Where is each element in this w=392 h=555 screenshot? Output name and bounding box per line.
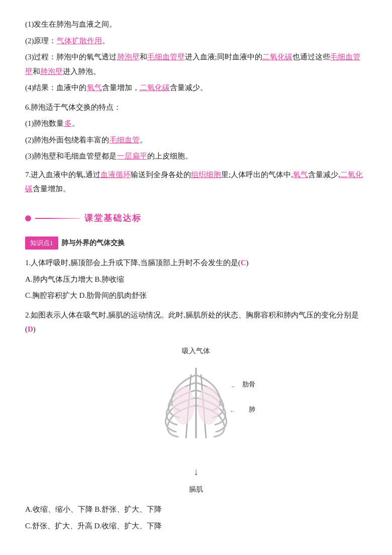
section-point6-3: (3)肺泡壁和毛细血管壁都是一层扁平的上皮细胞。 [25, 149, 367, 164]
point6-1-suffix: 。 [72, 119, 79, 127]
q1-options-ab: A.肺内气体压力增大 B.肺收缩 [25, 272, 367, 287]
section-point6-title: 6.肺泡适于气体交换的特点： [25, 100, 367, 115]
q1-ab-text: A.肺内气体压力增大 B.肺收缩 [25, 275, 124, 283]
chest-arrow-down: ↓ [193, 462, 199, 481]
question2-block: 2.如图表示人体在吸气时,膈肌的运动情况。此时,膈肌所处的状态、胸廓容积和肺内气… [25, 308, 367, 337]
point6-3-label: (3)肺泡壁和毛细血管壁都是 [25, 152, 117, 160]
point7-mid1: 输送到全身各处的 [131, 171, 191, 179]
point3-mid2: 进入血液;同时血液中的 [185, 53, 262, 61]
svg-point-4 [198, 386, 220, 425]
point2-suffix: 。 [102, 37, 110, 45]
point3-u5: 肺泡壁 [40, 67, 63, 75]
point7-label: 7.进入血液中的氧,通过 [25, 171, 101, 179]
point6-3-underline: 一层扁平 [117, 152, 147, 160]
point3-u3: 二氧化碳 [262, 53, 292, 61]
q1-answer: C [241, 259, 246, 267]
section-point7: 7.进入血液中的氧,通过血液循环输送到全身各处的组织细胞里;人体呼出的气体中,氧… [25, 168, 367, 196]
divider-dot [25, 215, 31, 221]
point6-1-label: (1)肺泡数量 [25, 119, 64, 127]
chest-bottom-label: 膈肌 [189, 483, 203, 497]
point2-underline: 气体扩散作用 [57, 37, 102, 45]
q1-text: 1.人体呼吸时,膈顶部会上升或下降,当膈顶部上升时不会发生的是( [25, 259, 241, 267]
point7-mid3: 含量减少, [308, 171, 340, 179]
chest-svg [136, 360, 256, 451]
q2-suffix: ) [33, 325, 36, 333]
q2-answer: D [28, 325, 33, 333]
section-point4: (4)结果：血液中的氧气含量增加，二氧化碳含量减少。 [25, 81, 367, 95]
chest-diagram: 吸入气体 肋骨 ← 肺 ← [25, 345, 367, 496]
point3-suffix: 进入肺泡。 [63, 67, 101, 75]
section-point1: (1)发生在肺泡与血液之间。 [25, 17, 367, 32]
point3-u1: 肺泡壁 [117, 53, 140, 61]
chest-svg-container: 肋骨 ← 肺 ← [136, 360, 256, 461]
point7-u1: 血液循环 [101, 171, 131, 179]
q2-options-cd: C.舒张、扩大、升高 D.收缩、扩大、下降 [25, 519, 367, 533]
q2-options-ab: A.收缩、缩小、下降 B.舒张、扩大、下降 [25, 502, 367, 517]
point4-mid1: 含量增加， [102, 84, 140, 92]
divider-title: 课堂基础达标 [84, 210, 142, 226]
point4-u2: 二氧化碳 [140, 84, 170, 92]
point4-label: (4)结果：血液中的 [25, 84, 87, 92]
point6-title-text: 6.肺泡适于气体交换的特点： [25, 100, 367, 115]
point7-mid2: 里;人体呼出的气体中, [221, 171, 293, 179]
rib-label: 肋骨 [242, 378, 255, 391]
point3-mid3: 也通过这些 [292, 53, 330, 61]
knowledge-row: 知识点1肺与外界的气体交换 [25, 235, 367, 250]
section-point2: (2)原理：气体扩散作用。 [25, 34, 367, 48]
point7-suffix: 含量增加。 [33, 185, 70, 193]
q1-suffix: ) [246, 259, 249, 267]
point1-text: (1)发生在肺泡与血液之间。 [25, 17, 367, 32]
point6-3-suffix: 的上皮细胞。 [147, 152, 192, 160]
chest-top-label: 吸入气体 [182, 345, 210, 358]
section-point6-1: (1)肺泡数量多。 [25, 116, 367, 131]
q1-cd-text: C.胸腔容积扩大 D.肋骨间的肌肉舒张 [25, 291, 147, 299]
point4-suffix: 含量减少。 [170, 84, 208, 92]
point6-1-underline: 多 [64, 119, 72, 127]
knowledge-label: 肺与外界的气体交换 [61, 239, 125, 247]
knowledge-tag: 知识点1 [25, 236, 58, 250]
lung-label: 肺 [249, 404, 255, 416]
svg-point-3 [172, 386, 194, 425]
point7-u2: 组织细胞 [191, 171, 221, 179]
point3-mid1: 和 [140, 53, 147, 61]
point7-u3: 氧气 [293, 171, 308, 179]
point2-label: (2)原理： [25, 37, 57, 45]
divider-section: 课堂基础达标 [25, 210, 367, 226]
section-point3: (3)过程：肺泡中的氧气透过肺泡壁和毛细血管壁进入血液;同时血液中的二氧化碳也通… [25, 50, 367, 78]
q2-text: 2.如图表示人体在吸气时,膈肌的运动情况。此时,膈肌所处的状态、胸廓容积和肺内气… [25, 311, 359, 334]
point6-2-label: (2)肺泡外面包绕着丰富的 [25, 136, 110, 144]
q2-cd-text: C.舒张、扩大、升高 D.收缩、扩大、下降 [25, 522, 162, 530]
point3-label: (3)过程：肺泡中的氧气透过 [25, 53, 117, 61]
question1-block: 1.人体呼吸时,膈顶部会上升或下降,当膈顶部上升时不会发生的是(C) A.肺内气… [25, 256, 367, 303]
q2-options-block: A.收缩、缩小、下降 B.舒张、扩大、下降 C.舒张、扩大、升高 D.收缩、扩大… [25, 502, 367, 533]
q1-options-cd: C.胸腔容积扩大 D.肋骨间的肌肉舒张 [25, 288, 367, 303]
point3-mid4: 和 [33, 67, 40, 75]
point3-u2: 毛细血管壁 [147, 53, 185, 61]
point6-2-underline: 毛细血管 [110, 136, 140, 144]
divider-line [35, 218, 80, 219]
section-point6-2: (2)肺泡外面包绕着丰富的毛细血管。 [25, 133, 367, 147]
point6-2-suffix: 。 [140, 136, 147, 144]
q2-ab-text: A.收缩、缩小、下降 B.舒张、扩大、下降 [25, 505, 162, 513]
point4-u1: 氧气 [87, 84, 102, 92]
